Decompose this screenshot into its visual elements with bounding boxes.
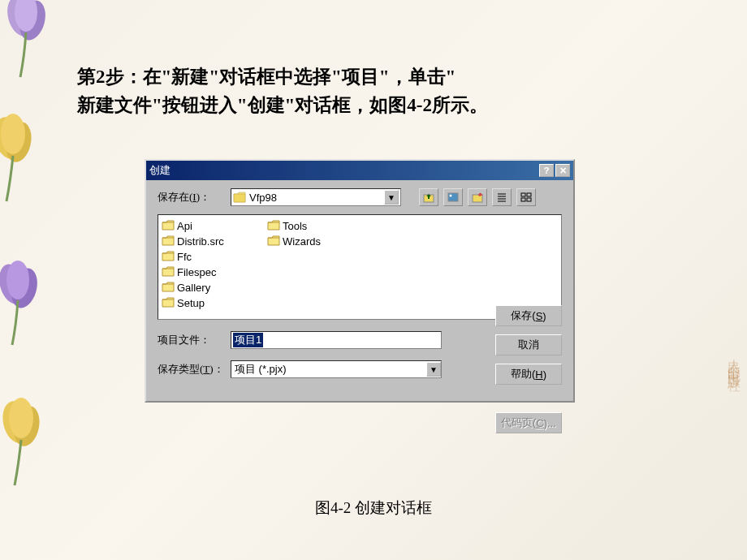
svg-rect-15: [473, 195, 482, 202]
folder-icon: [267, 220, 280, 231]
up-folder-button[interactable]: [419, 188, 438, 206]
filetype-label: 保存类型(T)：: [158, 362, 231, 377]
cancel-button[interactable]: 取消: [495, 334, 562, 355]
save-in-dropdown[interactable]: Vfp98 ▼: [231, 188, 401, 206]
help-button[interactable]: ?: [539, 164, 554, 177]
folder-icon: [162, 266, 175, 278]
filename-input[interactable]: 项目1: [231, 331, 442, 349]
decoration-flower: [0, 390, 53, 487]
svg-rect-21: [527, 193, 531, 196]
folder-item[interactable]: Gallery: [162, 280, 251, 295]
svg-rect-13: [448, 193, 458, 201]
folder-icon: [162, 282, 175, 293]
decoration-flower: [0, 0, 57, 81]
create-dialog: 创建 ? ✕ 保存在(I)： Vfp98 ▼: [145, 159, 575, 403]
filetype-dropdown[interactable]: 项目 (*.pjx) ▼: [231, 360, 442, 378]
folder-item[interactable]: Filespec: [162, 265, 251, 279]
watermark-text: 人民邮电出版社: [725, 349, 742, 372]
folder-icon: [162, 220, 175, 231]
svg-rect-20: [521, 193, 525, 196]
desktop-button[interactable]: [443, 188, 463, 206]
svg-point-5: [1, 114, 25, 154]
decoration-flower: [0, 106, 45, 203]
folder-icon: [267, 235, 280, 247]
file-list[interactable]: Api Distrib.src Ffc Filespec Gallery Set…: [158, 214, 562, 320]
help-button[interactable]: 帮助(H): [495, 364, 562, 385]
folder-icon: [233, 192, 246, 203]
folder-icon: [162, 235, 175, 247]
save-button[interactable]: 保存(S): [495, 305, 562, 326]
details-view-button[interactable]: [516, 188, 536, 206]
filename-value: 项目1: [233, 333, 263, 347]
svg-rect-22: [521, 198, 525, 201]
svg-point-11: [9, 398, 33, 438]
close-button[interactable]: ✕: [555, 164, 570, 177]
list-view-button[interactable]: [492, 188, 512, 206]
new-folder-button[interactable]: [468, 188, 487, 206]
save-in-value: Vfp98: [249, 192, 384, 204]
filetype-value: 项目 (*.pjx): [231, 362, 426, 377]
dropdown-arrow-icon[interactable]: ▼: [384, 190, 399, 205]
folder-item[interactable]: Ffc: [162, 249, 251, 264]
svg-rect-23: [527, 198, 531, 201]
codepage-button: 代码页(C)...: [495, 412, 562, 433]
folder-item[interactable]: Wizards: [267, 234, 356, 248]
filename-label: 项目文件：: [158, 333, 231, 347]
dialog-titlebar: 创建 ? ✕: [146, 161, 573, 180]
instruction-text: 第2步：在"新建"对话框中选择"项目"，单击" 新建文件"按钮进入"创建"对话框…: [77, 63, 488, 119]
dialog-title: 创建: [149, 163, 171, 178]
folder-icon: [162, 251, 175, 262]
folder-item[interactable]: Tools: [267, 218, 356, 233]
dropdown-arrow-icon[interactable]: ▼: [426, 362, 441, 377]
folder-icon: [162, 297, 175, 308]
folder-item[interactable]: Api: [162, 218, 251, 233]
folder-item[interactable]: Distrib.src: [162, 234, 251, 248]
figure-caption: 图4-2 创建对话框: [0, 498, 747, 519]
folder-item[interactable]: Setup: [162, 295, 251, 310]
svg-point-14: [450, 195, 452, 197]
svg-point-8: [6, 261, 29, 299]
save-in-label: 保存在(I)：: [158, 190, 222, 205]
decoration-flower: [0, 252, 49, 349]
